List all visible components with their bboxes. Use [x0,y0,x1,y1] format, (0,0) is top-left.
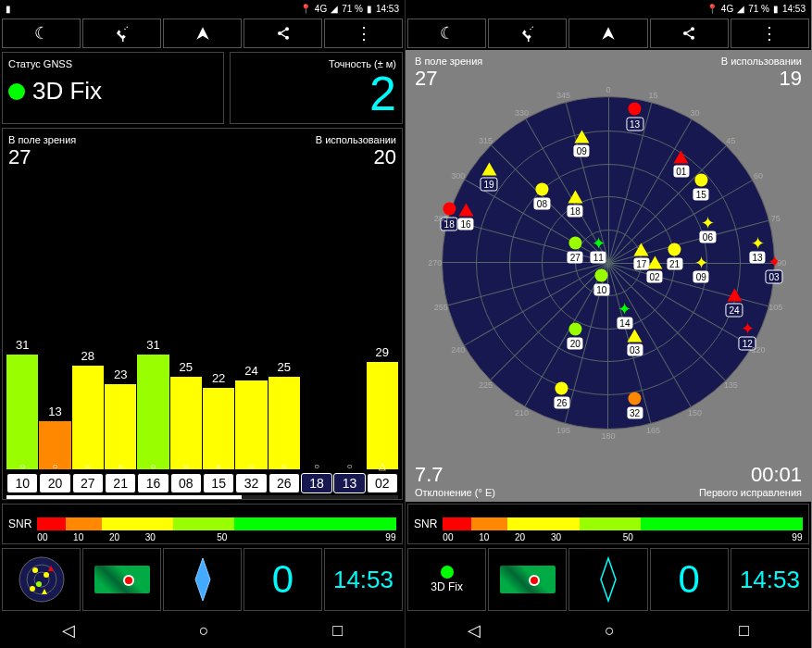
menu-button[interactable]: ⋮ [324,19,403,48]
sat-id-chip[interactable]: ○26 [269,473,300,493]
satellite-marker: 21 [667,243,682,269]
location-button[interactable] [163,19,242,48]
satellite-marker: ✦13 [750,236,766,263]
chart-scrollbar[interactable] [6,495,398,499]
satellite-marker: 27 [568,236,583,263]
home-button[interactable]: ○ [199,621,209,641]
accuracy-card[interactable]: Точность (± м) 2 [230,52,403,124]
signal-icon: ◢ [331,4,338,14]
sat-id-chip[interactable]: ○27 [72,473,104,493]
bar-column: 29 [367,362,398,469]
time-value: 14:53 [333,566,394,594]
battery-label: 71 % [748,4,769,14]
snr-legend: SNR 001020305099 [2,504,403,544]
network-label: 4G [721,4,733,14]
home-button[interactable]: ○ [605,621,615,641]
back-button[interactable]: ◁ [468,620,481,641]
ttff-value: 00:01 [699,463,802,487]
map-mini-icon [94,566,150,593]
bar-column: 25 [170,377,202,469]
speed-tab[interactable]: 0 [650,548,729,611]
sat-id-chip[interactable]: ○10 [6,473,38,493]
time-tab[interactable]: 14:53 [324,548,403,611]
sat-id-chip[interactable]: ○32 [235,473,267,493]
svg-point-11 [36,581,42,587]
sat-id-chip[interactable]: ○15 [203,473,234,493]
compass-tab[interactable] [568,548,647,611]
satellite-marker: ✦11 [591,236,606,263]
satellite-marker: 01 [673,150,689,177]
satellite-marker: 19 [481,162,498,191]
status-indicator-icon [441,566,454,579]
location-button[interactable] [568,19,647,48]
antenna-button[interactable] [82,19,161,48]
status-indicator-icon [8,83,25,100]
sat-id-chip[interactable]: ○08 [170,473,202,493]
share-button[interactable] [650,19,729,48]
bar-column: 24 [235,380,267,469]
snr-gradient: 001020305099 [37,517,396,530]
satellite-marker: 13 [626,103,643,131]
satellite-marker: ✦09 [693,256,709,283]
map-tab[interactable] [488,548,567,611]
sky-tab[interactable] [2,548,81,611]
moon-button[interactable]: ☾ [407,19,486,48]
satellite-marker: 26 [554,382,569,409]
sat-id-chip[interactable]: ○13 [333,473,365,493]
svg-point-8 [32,567,38,573]
status-tab-label: 3D Fix [431,580,463,593]
map-mini-icon [500,566,556,593]
speed-value: 0 [679,557,700,602]
compass-tab[interactable] [163,548,242,611]
satellite-marker: 03 [627,329,643,355]
satellite-marker: 32 [627,392,643,418]
recent-button[interactable]: □ [332,621,343,641]
svg-marker-14 [195,558,210,601]
sat-id-chip[interactable]: ○20 [39,473,70,493]
speed-value: 0 [272,557,294,602]
in-use-label: В использовании [721,56,802,67]
sat-id-chip[interactable]: ○16 [137,473,169,493]
time-tab[interactable]: 14:53 [731,548,809,611]
antenna-button[interactable] [488,19,567,48]
svg-marker-20 [601,558,616,601]
battery-icon: ▮ [773,4,779,14]
clock-label: 14:53 [376,4,399,14]
sat-id-chip[interactable]: △02 [367,473,398,493]
satellite-marker: 16 [457,203,473,230]
moon-button[interactable]: ☾ [2,19,81,48]
snr-label: SNR [8,517,31,530]
sat-id-chip[interactable]: ○18 [301,473,332,493]
back-button[interactable]: ◁ [62,620,75,641]
satellite-marker: 09 [574,131,590,157]
bar-column: 31 [137,355,169,469]
bottom-tabs: 3D Fix 0 14:53 [406,546,811,613]
satellite-marker: 18 [568,190,583,217]
status-tab[interactable]: 3D Fix [407,548,486,611]
share-button[interactable] [244,19,322,48]
recent-button[interactable]: □ [739,621,749,641]
in-view-label: В поле зрения [415,56,482,67]
android-navbar: ◁ ○ □ [406,613,811,648]
svg-point-16 [531,27,533,29]
map-tab[interactable] [82,548,161,611]
in-use-label: В использовании [316,134,396,145]
in-view-label: В поле зрения [8,134,76,145]
snr-legend: SNR 001020305099 [407,504,809,544]
in-use-value: 19 [721,67,802,91]
svg-point-9 [44,572,49,578]
sky-view[interactable]: В поле зрения27 В использовании19 130901… [406,50,811,502]
gnss-status-value: 3D Fix [32,77,102,106]
bar-column: 25 [269,377,300,469]
in-use-value: 20 [316,145,396,169]
speed-tab[interactable]: 0 [244,548,322,611]
satellite-marker: 15 [693,173,709,200]
snr-bar-chart[interactable]: В поле зрения27 В использовании20 311328… [2,128,403,500]
clock-label: 14:53 [782,4,806,14]
time-value: 14:53 [740,566,800,594]
sim-icon: ▮ [6,4,11,14]
menu-button[interactable]: ⋮ [731,19,809,48]
battery-label: 71 % [342,4,363,14]
sat-id-chip[interactable]: ○21 [105,473,136,493]
gnss-status-card[interactable]: Статус GNSS 3D Fix [2,52,224,124]
